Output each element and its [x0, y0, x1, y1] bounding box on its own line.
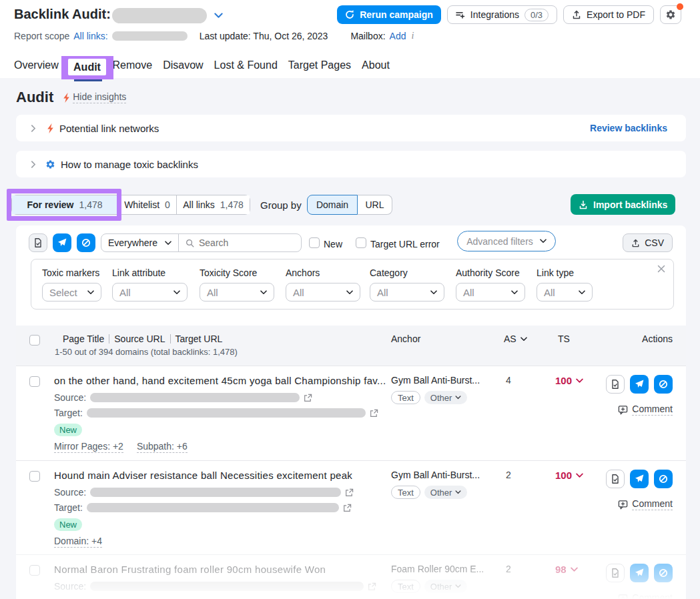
tab-overview[interactable]: Overview — [14, 59, 59, 71]
block-row-button[interactable] — [654, 375, 673, 394]
advanced-filters-dropdown[interactable]: Advanced filters — [457, 231, 556, 251]
target-url-error-checkbox[interactable] — [356, 237, 366, 248]
review-backlinks-link[interactable]: Review backlinks — [590, 123, 667, 133]
anchor-text[interactable]: Gym Ball Anti-Burst... — [391, 470, 480, 480]
disavow-file-button[interactable] — [29, 233, 47, 252]
row-title[interactable]: Normal Baron Frustrating foam roller 90c… — [54, 564, 326, 575]
view-tab-whitelist[interactable]: Whitelist0 — [117, 195, 176, 214]
group-by-url[interactable]: URL — [358, 195, 392, 215]
as-value: 2 — [506, 564, 511, 574]
tab-remove[interactable]: Remove — [113, 59, 153, 71]
chevron-right-icon[interactable] — [31, 125, 36, 132]
export-pdf-button[interactable]: Export to PDF — [563, 5, 654, 24]
new-checkbox[interactable] — [309, 237, 320, 248]
row-checkbox[interactable] — [29, 376, 40, 387]
hide-insights-link[interactable]: Hide insights — [73, 91, 126, 103]
row-title[interactable]: Hound main Adviser resistance ball Neces… — [54, 470, 352, 481]
paper-plane-icon — [635, 474, 644, 484]
row-title[interactable]: on the other hand, hand excitement 45cm … — [54, 375, 386, 386]
group-by-toggle: Domain URL — [307, 195, 392, 215]
comment-link[interactable]: Comment — [618, 592, 673, 599]
scope-select[interactable]: Everywhere — [101, 234, 179, 251]
anchor-text[interactable]: Gym Ball Anti-Burst... — [391, 375, 480, 386]
subpath-link[interactable]: Subpath: +6 — [137, 441, 188, 453]
integrations-badge: 0/3 — [524, 9, 549, 21]
filter-select-category[interactable]: All — [370, 283, 444, 302]
view-tab-all-links[interactable]: All links1,478 — [176, 195, 250, 214]
close-filters-icon[interactable] — [657, 265, 665, 273]
whitelist-row-button[interactable] — [630, 564, 649, 582]
group-by-label: Group by — [260, 199, 302, 211]
import-backlinks-button[interactable]: Import backlinks — [571, 194, 675, 215]
integrations-button[interactable]: Integrations0/3 — [447, 5, 557, 24]
ts-value[interactable]: 98 — [555, 564, 578, 575]
group-by-domain[interactable]: Domain — [307, 195, 358, 215]
all-links-link[interactable]: All links: — [73, 31, 107, 41]
source-line: Source: — [54, 581, 376, 592]
block-row-button[interactable] — [654, 564, 673, 582]
tag-other[interactable]: Other — [424, 391, 468, 404]
filter-select-authority-score[interactable]: All — [456, 283, 525, 302]
filter-select-toxic-markers[interactable]: Select — [42, 283, 101, 302]
filter-select-anchors[interactable]: All — [286, 283, 360, 302]
filter-select-link-attribute[interactable]: All — [112, 283, 188, 302]
column-page-title[interactable]: Page TitleSource URLTarget URL — [63, 334, 222, 344]
move-to-disavow-button[interactable] — [606, 564, 625, 582]
move-to-disavow-button[interactable] — [606, 375, 625, 394]
comment-link[interactable]: Comment — [618, 404, 673, 416]
upload-icon — [631, 239, 640, 247]
move-to-disavow-button[interactable] — [606, 470, 625, 488]
external-link-icon[interactable] — [368, 582, 376, 591]
whitelist-button[interactable] — [53, 233, 71, 252]
anchor-text[interactable]: Foam Roller 90cm E... — [391, 564, 484, 574]
chevron-right-icon[interactable] — [31, 161, 36, 168]
ts-value[interactable]: 100 — [555, 375, 583, 386]
panel-manage-toxic[interactable]: How to manage toxic backlinks — [16, 151, 686, 177]
comment-icon — [618, 500, 628, 510]
row-checkbox[interactable] — [29, 565, 40, 576]
upload-icon — [572, 10, 581, 19]
settings-button[interactable] — [660, 5, 681, 24]
ts-value[interactable]: 100 — [555, 470, 583, 481]
redacted-source-url — [90, 582, 364, 591]
tag-other[interactable]: Other — [424, 580, 468, 593]
block-button[interactable] — [77, 233, 95, 252]
filter-label-category: Category — [370, 267, 408, 278]
whitelist-row-button[interactable] — [630, 470, 649, 488]
notification-dot — [677, 3, 683, 10]
filter-select-toxicity-score[interactable]: All — [200, 283, 274, 302]
tab-about[interactable]: About — [362, 59, 390, 71]
active-tab-indicator — [74, 79, 102, 81]
filter-label-link-attribute: Link attribute — [112, 267, 165, 278]
tab-disavow[interactable]: Disavow — [163, 59, 203, 71]
redacted-scope — [112, 31, 188, 41]
audit-heading-row: Audit Hide insights — [16, 89, 126, 106]
external-link-icon[interactable] — [343, 504, 352, 512]
column-as-sort[interactable]: AS — [504, 334, 527, 344]
rerun-campaign-button[interactable]: Rerun campaign — [337, 5, 441, 24]
search-input[interactable] — [199, 237, 299, 248]
tag-text: Text — [391, 391, 420, 404]
tab-target-pages[interactable]: Target Pages — [288, 59, 351, 71]
mirror-pages-link[interactable]: Mirror Pages: +2 — [54, 441, 123, 453]
csv-export-button[interactable]: CSV — [623, 233, 673, 252]
filters-panel: Toxic markers Link attribute Toxicity Sc… — [31, 259, 674, 310]
integrations-icon — [456, 11, 465, 19]
domain-link[interactable]: Domain: +4 — [54, 536, 102, 548]
row-checkbox[interactable] — [29, 471, 40, 482]
external-link-icon[interactable] — [345, 488, 354, 497]
filter-select-link-type[interactable]: All — [537, 283, 593, 302]
select-all-checkbox[interactable] — [29, 335, 40, 346]
external-link-icon[interactable] — [304, 394, 312, 402]
tab-lost-found[interactable]: Lost & Found — [214, 59, 278, 71]
tag-other[interactable]: Other — [424, 486, 468, 499]
block-row-button[interactable] — [654, 470, 673, 488]
chevron-down-icon[interactable] — [214, 13, 223, 19]
comment-link[interactable]: Comment — [618, 498, 673, 510]
filter-label-link-type: Link type — [537, 267, 574, 278]
whitelist-row-button[interactable] — [630, 375, 649, 394]
external-link-icon[interactable] — [370, 409, 378, 418]
mailbox-add-link[interactable]: Add — [390, 31, 406, 41]
info-icon[interactable]: i — [411, 31, 414, 41]
panel-link-networks[interactable]: Potential link networks Review backlinks — [16, 115, 686, 141]
